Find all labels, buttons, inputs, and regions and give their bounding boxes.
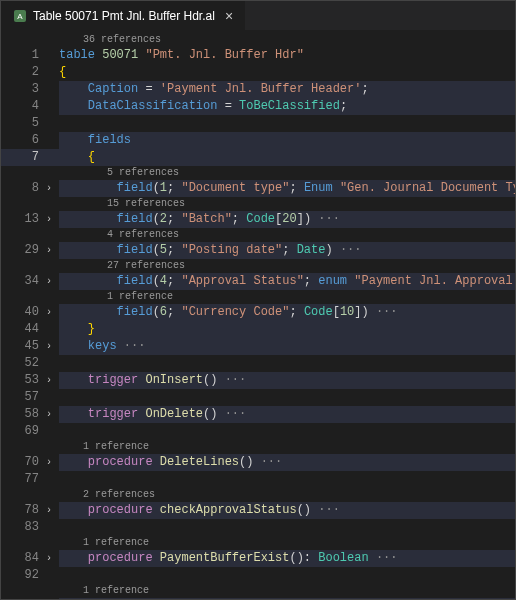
- editor: 1 2 3 4 5 6 7 8› 13› 29› 34› 40› 44 45› …: [1, 31, 515, 599]
- close-icon[interactable]: ×: [225, 8, 233, 24]
- code-line[interactable]: [59, 519, 515, 536]
- line-number: 2: [11, 64, 39, 81]
- code-line[interactable]: fields: [59, 132, 515, 149]
- code-area[interactable]: 36 references table 50071 "Pmt. Jnl. Buf…: [59, 31, 515, 599]
- codelens[interactable]: 15 references: [59, 197, 515, 211]
- code-line[interactable]: [59, 355, 515, 372]
- line-number: 93: [11, 598, 39, 599]
- line-number: 4: [11, 98, 39, 115]
- line-number: 45: [11, 338, 39, 355]
- fold-icon[interactable]: ›: [43, 550, 55, 567]
- line-number: 77: [11, 471, 39, 488]
- line-number: 69: [11, 423, 39, 440]
- line-number: 78: [11, 502, 39, 519]
- fold-icon[interactable]: ›: [43, 502, 55, 519]
- line-number: 8: [11, 180, 39, 197]
- codelens[interactable]: 1 reference: [59, 290, 515, 304]
- code-line[interactable]: procedure InitInsert() ···: [59, 598, 515, 599]
- code-line[interactable]: [59, 471, 515, 488]
- fold-icon[interactable]: ›: [43, 242, 55, 259]
- code-line[interactable]: procedure checkApprovalStatus() ···: [59, 502, 515, 519]
- al-file-icon: A: [13, 9, 27, 23]
- code-line[interactable]: [59, 389, 515, 406]
- fold-icon[interactable]: ›: [43, 180, 55, 197]
- line-number: 70: [11, 454, 39, 471]
- fold-icon[interactable]: ›: [43, 372, 55, 389]
- fold-icon[interactable]: ›: [43, 598, 55, 599]
- tab-title: Table 50071 Pmt Jnl. Buffer Hdr.al: [33, 9, 215, 23]
- code-line[interactable]: [59, 423, 515, 440]
- code-line[interactable]: field(4; "Approval Status"; enum "Paymen…: [59, 273, 515, 290]
- line-number: 29: [11, 242, 39, 259]
- code-line[interactable]: trigger OnInsert() ···: [59, 372, 515, 389]
- code-line[interactable]: [59, 115, 515, 132]
- line-number: 5: [11, 115, 39, 132]
- line-number: 52: [11, 355, 39, 372]
- codelens[interactable]: 1 reference: [59, 584, 515, 598]
- code-line[interactable]: table 50071 "Pmt. Jnl. Buffer Hdr": [59, 47, 515, 64]
- code-line[interactable]: trigger OnDelete() ···: [59, 406, 515, 423]
- codelens[interactable]: 4 references: [59, 228, 515, 242]
- codelens[interactable]: 1 reference: [59, 440, 515, 454]
- line-number: 7: [11, 149, 39, 166]
- codelens[interactable]: 36 references: [59, 33, 515, 47]
- fold-icon[interactable]: ›: [43, 454, 55, 471]
- line-number: 1: [11, 47, 39, 64]
- code-line[interactable]: field(5; "Posting date"; Date) ···: [59, 242, 515, 259]
- fold-icon[interactable]: ›: [43, 406, 55, 423]
- line-number: 44: [11, 321, 39, 338]
- code-line[interactable]: procedure PaymentBufferExist(): Boolean …: [59, 550, 515, 567]
- fold-icon[interactable]: ›: [43, 211, 55, 228]
- line-number: 92: [11, 567, 39, 584]
- code-line[interactable]: {: [59, 64, 515, 81]
- line-number: 40: [11, 304, 39, 321]
- code-line[interactable]: field(6; "Currency Code"; Code[10]) ···: [59, 304, 515, 321]
- svg-text:A: A: [17, 12, 23, 21]
- line-number: 6: [11, 132, 39, 149]
- code-line[interactable]: field(1; "Document type"; Enum "Gen. Jou…: [59, 180, 515, 197]
- line-number: 57: [11, 389, 39, 406]
- code-line[interactable]: {: [59, 149, 515, 166]
- line-number: 34: [11, 273, 39, 290]
- code-line[interactable]: procedure DeleteLines() ···: [59, 454, 515, 471]
- code-line[interactable]: DataClassification = ToBeClassified;: [59, 98, 515, 115]
- codelens[interactable]: 2 references: [59, 488, 515, 502]
- fold-icon[interactable]: ›: [43, 304, 55, 321]
- code-line[interactable]: field(2; "Batch"; Code[20]) ···: [59, 211, 515, 228]
- tab-bar: A Table 50071 Pmt Jnl. Buffer Hdr.al ×: [1, 1, 515, 31]
- gutter: 1 2 3 4 5 6 7 8› 13› 29› 34› 40› 44 45› …: [1, 31, 59, 599]
- line-number: 3: [11, 81, 39, 98]
- codelens[interactable]: 27 references: [59, 259, 515, 273]
- fold-icon[interactable]: ›: [43, 273, 55, 290]
- line-number: 83: [11, 519, 39, 536]
- line-number: 84: [11, 550, 39, 567]
- editor-tab[interactable]: A Table 50071 Pmt Jnl. Buffer Hdr.al ×: [1, 1, 245, 30]
- code-line[interactable]: Caption = 'Payment Jnl. Buffer Header';: [59, 81, 515, 98]
- line-number: 58: [11, 406, 39, 423]
- line-number: 53: [11, 372, 39, 389]
- fold-icon[interactable]: ›: [43, 338, 55, 355]
- code-line[interactable]: keys ···: [59, 338, 515, 355]
- codelens[interactable]: 5 references: [59, 166, 515, 180]
- code-line[interactable]: [59, 567, 515, 584]
- codelens[interactable]: 1 reference: [59, 536, 515, 550]
- line-number: 13: [11, 211, 39, 228]
- code-line[interactable]: }: [59, 321, 515, 338]
